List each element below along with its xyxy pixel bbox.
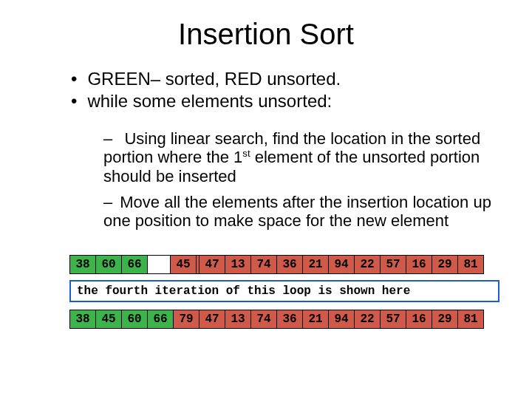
bullet-green-red: GREEN– sorted, RED unsorted. [71,69,504,89]
array-before-wrap: 45 386066794713743621942257162981 [69,255,504,274]
bullet-linear-search: Using linear search, find the location i… [103,129,504,185]
array-cell: 66 [122,255,148,274]
superscript: st [242,148,250,159]
array-cell: 16 [406,255,432,274]
array-cell: 57 [381,255,406,274]
array-cell: 22 [355,255,381,274]
array-cell: 81 [458,310,484,329]
array-cell: 16 [406,310,432,329]
array-cell: 38 [69,310,96,329]
bullet-list-level2: Using linear search, find the location i… [74,129,504,230]
array-cell: 45 [96,310,122,329]
bullet-move-elements: Move all the elements after the insertio… [103,193,504,231]
array-cell: 36 [277,310,303,329]
array-after: 38456066794713743621942257162981 [69,310,504,329]
array-cell: 22 [355,310,381,329]
array-cell: 94 [329,310,355,329]
array-cell: 38 [69,255,96,274]
array-cell: 79 [174,310,200,329]
array-cell: 36 [277,255,303,274]
array-cell: 47 [200,310,225,329]
slide: Insertion Sort GREEN– sorted, RED unsort… [0,0,532,399]
array-cell: 94 [329,255,355,274]
array-cell: 74 [251,310,277,329]
array-cell: 21 [303,255,329,274]
array-cell: 13 [225,310,251,329]
array-cell: 29 [432,310,458,329]
array-cell: 74 [251,255,277,274]
bullet-while: while some elements unsorted: [71,91,504,112]
bullet-list-level1: GREEN– sorted, RED unsorted. while some … [41,69,504,112]
array-cell: 66 [148,310,174,329]
array-cell: 60 [96,255,122,274]
array-cell: 60 [122,310,148,329]
slide-title: Insertion Sort [28,18,504,51]
array-cell: 21 [303,310,329,329]
array-cell: 13 [225,255,251,274]
array-cell: 57 [381,310,406,329]
floating-element: 45 [170,255,197,274]
array-before: 386066794713743621942257162981 [69,255,504,274]
array-cell: 81 [458,255,484,274]
array-cell: 47 [200,255,225,274]
iteration-caption: the fourth iteration of this loop is sho… [69,280,499,302]
array-cell: 29 [432,255,458,274]
